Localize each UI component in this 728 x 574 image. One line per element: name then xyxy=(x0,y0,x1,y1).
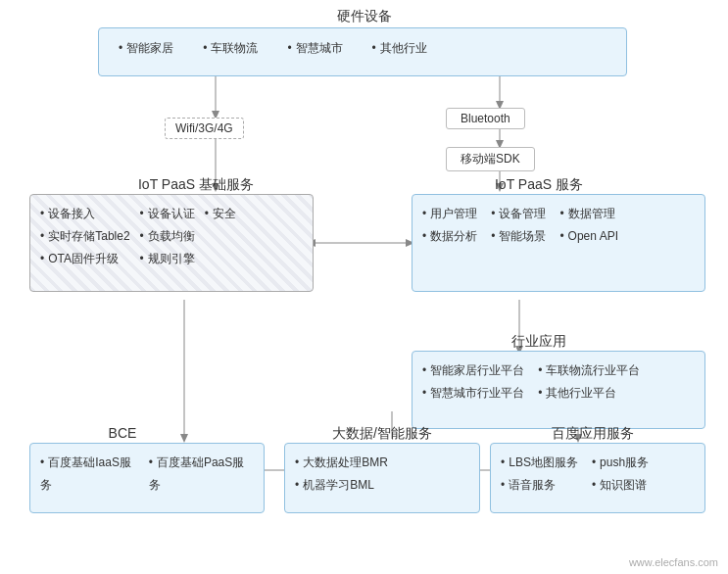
iot-basic-item-6: 规则引擎 xyxy=(140,248,195,270)
industry-item-3: 车联物流行业平台 xyxy=(538,359,640,382)
hardware-item-1: 智能家居 xyxy=(119,38,173,60)
iot-paas-box: 用户管理 数据分析 设备管理 智能场景 数据管理 Open API xyxy=(412,194,705,292)
bce-col2: 百度基础PaaS服务 xyxy=(149,452,254,497)
mobile-sdk-label: 移动端SDK xyxy=(446,147,535,171)
industry-col2: 车联物流行业平台 其他行业平台 xyxy=(538,359,640,405)
iot-paas-basic-box: 设备接入 实时存储Table2 OTA固件升级 设备认证 负载均衡 规则引擎 安… xyxy=(29,194,314,292)
bce-col1: 百度基础IaaS服务 xyxy=(40,452,141,497)
iot-basic-item-2: 实时存储Table2 xyxy=(40,225,130,248)
hardware-item-4: 其他行业 xyxy=(372,38,427,60)
diagram: 硬件设备 智能家居 车联物流 智慧城市 其他行业 Wifi/3G/4G Blue… xyxy=(0,0,728,574)
iot-paas-item-3: 设备管理 xyxy=(491,203,546,225)
iot-paas-basic-title: IoT PaaS 基础服务 xyxy=(59,176,333,194)
iot-basic-col3: 安全 xyxy=(205,203,236,269)
iot-basic-item-3: OTA固件升级 xyxy=(40,248,130,270)
bigdata-box: 大数据处理BMR 机器学习BML xyxy=(284,443,480,513)
bce-title: BCE xyxy=(29,425,216,441)
industry-item-2: 智慧城市行业平台 xyxy=(422,382,524,405)
industry-item-4: 其他行业平台 xyxy=(538,382,640,405)
bigdata-item-2: 机器学习BML xyxy=(295,474,469,497)
iot-basic-item-1: 设备接入 xyxy=(40,203,130,225)
iot-basic-col1: 设备接入 实时存储Table2 OTA固件升级 xyxy=(40,203,130,269)
hardware-item-2: 车联物流 xyxy=(203,38,258,60)
bluetooth-box: Bluetooth xyxy=(446,108,525,129)
iot-basic-col2: 设备认证 负载均衡 规则引擎 xyxy=(140,203,195,269)
iot-paas-item-5: 数据管理 xyxy=(559,203,618,225)
iot-basic-item-5: 负载均衡 xyxy=(140,225,195,248)
hardware-box: 智能家居 车联物流 智慧城市 其他行业 xyxy=(98,27,627,76)
industry-col1: 智能家居行业平台 智慧城市行业平台 xyxy=(422,359,524,405)
baidu-item-1: LBS地图服务 xyxy=(501,452,578,474)
baidu-col1: LBS地图服务 语音服务 xyxy=(501,452,578,497)
wifi-box: Wifi/3G/4G xyxy=(165,118,244,139)
bce-item-2: 百度基础PaaS服务 xyxy=(149,452,254,497)
bce-box: 百度基础IaaS服务 百度基础PaaS服务 xyxy=(29,443,265,513)
iot-basic-item-4: 设备认证 xyxy=(140,203,195,225)
iot-paas-item-2: 数据分析 xyxy=(422,225,477,248)
iot-paas-title: IoT PaaS 服务 xyxy=(392,176,686,194)
iot-basic-item-7: 安全 xyxy=(205,203,236,225)
bce-item-1: 百度基础IaaS服务 xyxy=(40,452,141,497)
baidu-item-2: 语音服务 xyxy=(501,474,578,497)
bigdata-item-1: 大数据处理BMR xyxy=(295,452,469,474)
baidu-app-box: LBS地图服务 语音服务 push服务 知识图谱 xyxy=(490,443,705,513)
industry-app-box: 智能家居行业平台 智慧城市行业平台 车联物流行业平台 其他行业平台 xyxy=(412,351,705,429)
baidu-app-title: 百度应用服务 xyxy=(490,425,696,443)
baidu-col2: push服务 知识图谱 xyxy=(592,452,649,497)
iot-paas-col1: 用户管理 数据分析 xyxy=(422,203,477,248)
industry-item-1: 智能家居行业平台 xyxy=(422,359,524,382)
iot-paas-item-6: Open API xyxy=(559,225,618,248)
iot-paas-item-4: 智能场景 xyxy=(491,225,546,248)
wifi-label: Wifi/3G/4G xyxy=(165,118,244,139)
mobile-sdk-box: 移动端SDK xyxy=(446,147,535,171)
watermark: www.elecfans.com xyxy=(629,556,718,568)
iot-paas-col2: 设备管理 智能场景 xyxy=(491,203,546,248)
iot-paas-col3: 数据管理 Open API xyxy=(559,203,618,248)
baidu-item-3: push服务 xyxy=(592,452,649,474)
industry-app-title: 行业应用 xyxy=(392,333,686,351)
iot-paas-item-1: 用户管理 xyxy=(422,203,477,225)
page-title: 硬件设备 xyxy=(0,8,728,25)
bluetooth-label: Bluetooth xyxy=(446,108,525,129)
hardware-item-3: 智慧城市 xyxy=(287,38,342,60)
baidu-item-4: 知识图谱 xyxy=(592,474,649,497)
bigdata-title: 大数据/智能服务 xyxy=(284,425,480,443)
